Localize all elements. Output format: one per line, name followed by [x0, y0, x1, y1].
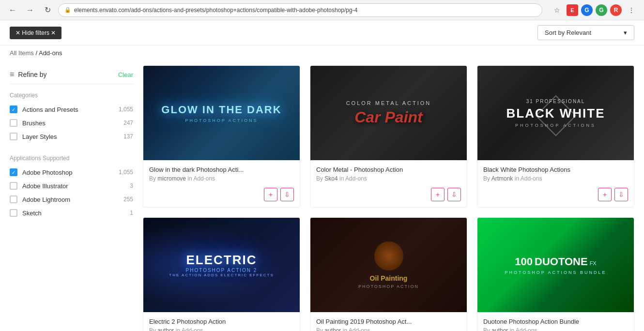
product-title-duotone: Duotone Photoshop Action Bundle — [483, 318, 628, 325]
app-count-1: 3 — [130, 182, 133, 189]
author-link-oil[interactable]: author — [324, 327, 341, 331]
author-link-duotone[interactable]: author — [491, 327, 508, 331]
author-link-car[interactable]: Sko4 — [324, 175, 337, 182]
category-label-2: Layer Styles — [22, 133, 119, 140]
download-button-glow[interactable]: ⇩ — [280, 188, 294, 201]
sort-label: Sort by Relevant — [545, 29, 591, 36]
app-photoshop[interactable]: Adobe Photoshop 1,055 — [10, 166, 133, 179]
breadcrumb-current: Add-ons — [39, 49, 62, 57]
product-thumbnail-car: COLOR METAL ACTION Car Paint — [310, 66, 467, 160]
author-link-bw[interactable]: Artmonk — [491, 175, 513, 182]
category-count-0: 1,055 — [119, 106, 133, 113]
product-card-car[interactable]: COLOR METAL ACTION Car Paint Color Metal… — [310, 65, 467, 208]
products-area: GLOW IN THE DARK PHOTOSHOP ACTIONS Glow … — [143, 65, 634, 331]
product-info-car: Color Metal - Photoshop Action By Sko4 i… — [310, 160, 467, 188]
add-to-collection-button-glow[interactable]: + — [264, 188, 277, 201]
app-illustrator[interactable]: Adobe Illustrator 3 — [10, 179, 133, 193]
sort-dropdown[interactable]: Sort by Relevant ▾ — [537, 25, 634, 40]
checkbox-layer-styles[interactable] — [10, 133, 17, 140]
product-actions-glow: + ⇩ — [264, 188, 294, 201]
product-info-electric: Electric 2 Photoshop Action By author in… — [143, 312, 300, 331]
category-count-1: 247 — [123, 120, 133, 126]
hide-filters-label: ✕ Hide filters ✕ — [15, 30, 56, 36]
forward-button[interactable]: → — [23, 3, 37, 17]
category-actions-presets[interactable]: Actions and Presets 1,055 — [10, 103, 133, 116]
url-text: elements.envato.com/add-ons/actions-and-… — [74, 7, 357, 14]
category-layer-styles[interactable]: Layer Styles 137 — [10, 130, 133, 143]
apps-list: Adobe Photoshop 1,055 Adobe Illustrator … — [10, 166, 133, 220]
product-author-bw: By Artmonk in Add-ons — [483, 175, 628, 182]
menu-button[interactable]: ⋮ — [625, 3, 638, 17]
product-author-glow: By micromove in Add-ons — [149, 175, 294, 182]
app-lightroom[interactable]: Adobe Lightroom 255 — [10, 193, 133, 206]
browser-chrome: ← → ↻ 🔒 elements.envato.com/add-ons/acti… — [0, 0, 644, 20]
product-card-glow[interactable]: GLOW IN THE DARK PHOTOSHOP ACTIONS Glow … — [143, 65, 300, 208]
breadcrumb-separator: / — [34, 49, 39, 57]
product-info-bw: Black White Photoshop Actions By Artmonk… — [477, 160, 634, 188]
category-brushes[interactable]: Brushes 247 — [10, 116, 133, 130]
product-thumbnail-glow: GLOW IN THE DARK PHOTOSHOP ACTIONS — [143, 66, 300, 160]
app-sketch[interactable]: Sketch 1 — [10, 206, 133, 220]
product-actions-car: + ⇩ — [431, 188, 461, 201]
download-button-car[interactable]: ⇩ — [447, 188, 461, 201]
checkbox-photoshop[interactable] — [10, 168, 17, 176]
product-footer-car: + ⇩ — [310, 188, 467, 207]
thumb-big-text: GLOW IN THE DARK — [161, 104, 281, 116]
checkbox-brushes[interactable] — [10, 119, 17, 127]
hide-filters-button[interactable]: ✕ Hide filters ✕ — [10, 27, 61, 39]
product-thumbnail-bw: 31 PROFESSIONAL BLACK WHITE PHOTOSHOP AC… — [477, 66, 634, 160]
author-link-electric[interactable]: author — [157, 327, 174, 331]
product-card-duotone[interactable]: 100 DUOTONE FX PHOTOSHOP ACTIONS BUNDLE … — [477, 217, 634, 331]
avatar-green[interactable]: G — [596, 4, 607, 16]
refine-title: ≡ Refine by — [10, 70, 47, 79]
chevron-down-icon: ▾ — [624, 29, 627, 36]
product-author-electric: By author in Add-ons — [149, 327, 294, 331]
thumb-oil-text: Oil Painting — [370, 274, 408, 282]
breadcrumb-all-items[interactable]: All Items — [10, 49, 34, 57]
filter-icon: ≡ — [10, 70, 14, 79]
category-label-0: Actions and Presets — [22, 106, 114, 113]
back-button[interactable]: ← — [6, 3, 19, 17]
checkbox-sketch[interactable] — [10, 209, 17, 217]
product-card-oil[interactable]: Oil Painting PHOTOSHOP ACTION Oil Painti… — [310, 217, 467, 331]
avatar-r[interactable]: R — [610, 4, 622, 16]
checkbox-actions-presets[interactable] — [10, 105, 17, 113]
product-author-duotone: By author in Add-ons — [483, 327, 628, 331]
app-count-2: 255 — [123, 196, 133, 203]
breadcrumb: All Items / Add-ons — [0, 45, 644, 60]
add-to-collection-button-bw[interactable]: + — [598, 188, 612, 201]
thumb-car-paint: Car Paint — [354, 108, 422, 126]
star-button[interactable]: ☆ — [550, 3, 564, 17]
add-to-collection-button-car[interactable]: + — [431, 188, 445, 201]
product-info-glow: Glow in the dark Photoshop Acti... By mi… — [143, 160, 300, 188]
page-content: ✕ Hide filters ✕ Sort by Relevant ▾ All … — [0, 20, 644, 331]
app-label-0: Adobe Photoshop — [22, 169, 114, 176]
url-bar[interactable]: 🔒 elements.envato.com/add-ons/actions-an… — [58, 3, 542, 17]
checkbox-lightroom[interactable] — [10, 196, 17, 203]
product-card-bw[interactable]: 31 PROFESSIONAL BLACK WHITE PHOTOSHOP AC… — [477, 65, 634, 208]
lock-icon: 🔒 — [64, 7, 71, 13]
products-grid: GLOW IN THE DARK PHOTOSHOP ACTIONS Glow … — [143, 65, 634, 331]
download-button-bw[interactable]: ⇩ — [614, 188, 628, 201]
app-count-3: 1 — [130, 210, 133, 216]
app-label-2: Adobe Lightroom — [22, 196, 119, 203]
product-actions-bw: + ⇩ — [598, 188, 628, 201]
checkbox-illustrator[interactable] — [10, 182, 17, 190]
product-info-oil: Oil Painting 2019 Photoshop Act... By au… — [310, 312, 467, 331]
product-thumbnail-duotone: 100 DUOTONE FX PHOTOSHOP ACTIONS BUNDLE — [477, 218, 634, 312]
thumb-elec-num: PHOTOSHOP ACTION 2 — [186, 268, 258, 273]
category-label-1: Brushes — [22, 120, 119, 127]
categories-section-title: Categories — [10, 92, 133, 99]
clear-filters-link[interactable]: Clear — [118, 71, 133, 78]
product-title-glow: Glow in the dark Photoshop Acti... — [149, 166, 294, 173]
avatar-g[interactable]: G — [581, 4, 593, 16]
thumb-elec-text: ELECTRIC — [186, 253, 257, 268]
thumb-small-text: PHOTOSHOP ACTIONS — [185, 118, 258, 123]
envato-icon: E — [567, 4, 578, 16]
product-info-duotone: Duotone Photoshop Action Bundle By autho… — [477, 312, 634, 331]
author-link-glow[interactable]: micromove — [157, 175, 186, 182]
product-thumbnail-oil: Oil Painting PHOTOSHOP ACTION — [310, 218, 467, 312]
product-card-electric[interactable]: ELECTRIC PHOTOSHOP ACTION 2 THE ACTION A… — [143, 217, 300, 331]
apps-section-title: Applications Supported — [10, 155, 133, 162]
refresh-button[interactable]: ↻ — [41, 3, 54, 17]
